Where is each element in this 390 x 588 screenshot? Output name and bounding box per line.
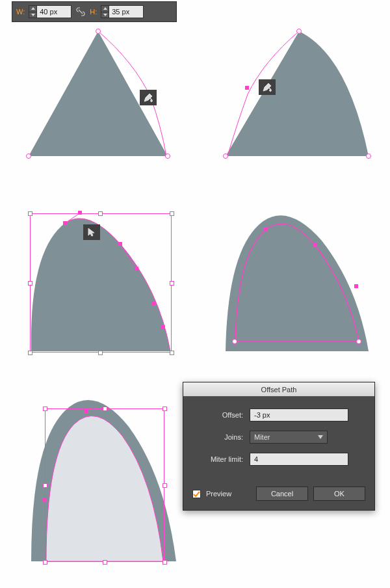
bbox-handle[interactable] — [98, 211, 103, 216]
joins-label: Joins: — [196, 433, 243, 441]
svg-point-5 — [151, 100, 153, 102]
anchor-point[interactable] — [165, 154, 170, 159]
anchor-point[interactable] — [63, 221, 67, 225]
preview-label: Preview — [206, 490, 231, 498]
bbox-handle[interactable] — [28, 281, 32, 286]
joins-value: Miter — [254, 433, 270, 441]
bounding-box — [45, 408, 164, 562]
ok-button[interactable]: OK — [313, 487, 365, 501]
anchor-point[interactable] — [84, 410, 88, 414]
preview-checkbox[interactable] — [192, 490, 201, 498]
bbox-handle[interactable] — [43, 560, 47, 565]
bbox-handle[interactable] — [28, 351, 32, 355]
bbox-handle[interactable] — [162, 560, 167, 565]
offset-path-dialog: Offset Path Offset: Joins: Miter Miter l… — [183, 382, 375, 511]
anchor-point[interactable] — [78, 211, 82, 215]
joins-select[interactable]: Miter — [250, 431, 328, 444]
bounding-box — [30, 213, 172, 353]
anchor-point[interactable] — [354, 284, 358, 288]
bbox-handle[interactable] — [162, 407, 167, 411]
anchor-point[interactable] — [26, 154, 31, 159]
miter-limit-label: Miter limit: — [196, 455, 243, 463]
offset-input[interactable] — [250, 408, 348, 421]
svg-marker-9 — [318, 435, 323, 439]
bbox-handle[interactable] — [43, 407, 47, 411]
anchor-point[interactable] — [135, 267, 138, 271]
miter-limit-input[interactable] — [250, 453, 348, 466]
bbox-handle[interactable] — [170, 281, 174, 286]
anchor-point[interactable] — [151, 301, 155, 305]
bbox-handle[interactable] — [98, 351, 103, 355]
pen-tool-icon — [140, 90, 157, 105]
anchor-point[interactable] — [223, 154, 228, 159]
anchor-point[interactable] — [161, 325, 165, 329]
svg-point-6 — [270, 90, 272, 92]
anchor-point[interactable] — [366, 154, 371, 159]
anchor-point[interactable] — [43, 498, 47, 502]
shape-dome-left[interactable] — [26, 211, 176, 358]
anchor-point[interactable] — [356, 339, 361, 344]
bbox-handle[interactable] — [103, 407, 107, 411]
offset-label: Offset: — [196, 411, 243, 419]
shape-triangle-right[interactable] — [218, 26, 374, 163]
anchor-point[interactable] — [232, 339, 237, 344]
anchor-point[interactable] — [296, 29, 302, 34]
anchor-point[interactable] — [96, 29, 101, 34]
bbox-handle[interactable] — [162, 483, 167, 488]
bbox-handle[interactable] — [170, 351, 174, 355]
anchor-point[interactable] — [264, 228, 268, 232]
chevron-down-icon — [318, 435, 323, 439]
shape-dome-right[interactable] — [218, 211, 374, 358]
bbox-handle[interactable] — [43, 483, 47, 488]
anchor-point[interactable] — [118, 242, 122, 246]
anchor-point[interactable] — [313, 243, 317, 247]
pen-tool-icon — [259, 79, 276, 95]
shape-dome-offset[interactable] — [23, 395, 179, 565]
bbox-handle[interactable] — [103, 560, 107, 565]
direct-selection-icon — [83, 224, 100, 240]
anchor-point[interactable] — [245, 86, 249, 90]
bbox-handle[interactable] — [170, 211, 174, 216]
dialog-title: Offset Path — [183, 382, 374, 397]
cancel-button[interactable]: Cancel — [256, 487, 308, 501]
bbox-handle[interactable] — [28, 211, 32, 216]
